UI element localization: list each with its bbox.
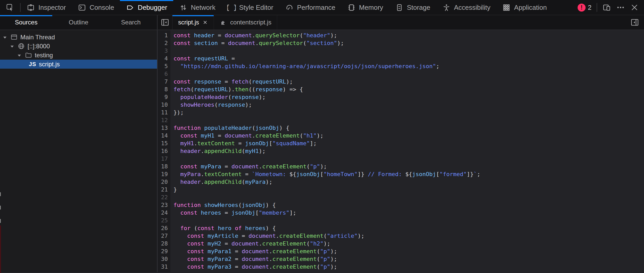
tree-item-label: [::]:8000 [28, 43, 50, 50]
code-line-content[interactable]: myH1.textContent = jsonObj["squadName"]; [168, 140, 317, 147]
error-badge[interactable]: ! 2 [578, 4, 591, 12]
code-line-content[interactable]: header.appendChild(myH1); [168, 147, 266, 155]
code-line-content[interactable]: populateHeader(response); [168, 93, 266, 101]
line-number[interactable]: 12 [158, 116, 168, 124]
code-line-content[interactable] [168, 47, 173, 55]
line-number[interactable]: 28 [158, 240, 168, 248]
code-line-content[interactable] [168, 70, 173, 78]
tool-tab-application[interactable]: Application [496, 0, 553, 15]
line-number[interactable]: 8 [158, 86, 168, 93]
code-line-content[interactable]: const myPara2 = document.createElement("… [168, 255, 337, 263]
code-line-content[interactable]: const heroes = jsonObj["members"]; [168, 209, 296, 217]
code-editor: 1const header = document.querySelector("… [158, 30, 644, 272]
tool-tab-console[interactable]: Console [72, 0, 120, 15]
tool-tab-accessibility[interactable]: Accessibility [436, 0, 497, 15]
code-line-content[interactable]: const myPara = document.createElement("p… [168, 163, 327, 170]
line-number[interactable]: 11 [158, 109, 168, 116]
close-tab-icon[interactable] [202, 20, 208, 25]
tool-tab-inspector[interactable]: Inspector [21, 0, 72, 15]
line-number[interactable]: 1 [158, 32, 168, 39]
line-number[interactable]: 25 [158, 217, 168, 224]
code-line-content[interactable]: header.appendChild(myPara); [168, 178, 272, 186]
expand-caret-icon[interactable] [2, 34, 8, 40]
tool-tab-debugger[interactable]: Debugger [120, 0, 173, 15]
source-tab-contentscript-js[interactable]: contentscript.js [214, 15, 277, 30]
line-number[interactable]: 24 [158, 209, 168, 217]
tree-item-8000[interactable]: [::]:8000 [0, 42, 157, 51]
code-line-content[interactable]: showHeroes(response); [168, 101, 252, 109]
code-line-content[interactable]: } [168, 186, 177, 194]
line-number[interactable]: 7 [158, 78, 168, 86]
line-number[interactable]: 4 [158, 55, 168, 62]
code-line-content[interactable]: const myH2 = document.createElement("h2"… [168, 240, 330, 248]
line-number[interactable]: 9 [158, 93, 168, 101]
code-line-content[interactable] [168, 217, 173, 224]
line-number[interactable]: 26 [158, 224, 168, 232]
code-line: 22 [158, 194, 644, 201]
tree-item-testing[interactable]: testing [0, 51, 157, 60]
code-line-content[interactable]: const section = document.querySelector("… [168, 39, 344, 47]
tool-tab-network[interactable]: Network [173, 0, 221, 15]
code-line-content[interactable]: const header = document.querySelector("h… [168, 32, 337, 39]
tool-tab-performance[interactable]: Performance [279, 0, 341, 15]
line-number[interactable]: 31 [158, 263, 168, 271]
line-number[interactable]: 27 [158, 232, 168, 240]
code-line-content[interactable]: const myPara1 = document.createElement("… [168, 248, 337, 255]
line-number[interactable]: 17 [158, 155, 168, 163]
line-number[interactable]: 3 [158, 47, 168, 55]
code-line-content[interactable]: function populateHeader(jsonObj) { [168, 124, 289, 132]
code-line-content[interactable]: for (const hero of heroes) { [168, 224, 276, 232]
tree-item-script-js[interactable]: JSscript.js [0, 60, 157, 69]
code-line-content[interactable]: const response = fetch(requestURL); [168, 78, 293, 86]
code-line-content[interactable]: const myPara3 = document.createElement("… [168, 263, 337, 271]
line-number[interactable]: 14 [158, 132, 168, 140]
tree-item-Main-Thread[interactable]: Main Thread [0, 33, 157, 42]
line-number[interactable]: 30 [158, 255, 168, 263]
code-line: 29 const myPara1 = document.createElemen… [158, 248, 644, 255]
panel-tab-sources[interactable]: Sources [0, 15, 52, 30]
tool-tab-label: Storage [407, 4, 430, 12]
pick-element-button[interactable] [0, 0, 20, 15]
line-number[interactable]: 13 [158, 124, 168, 132]
line-number[interactable]: 22 [158, 194, 168, 201]
code-line-content[interactable]: const myArticle = document.createElement… [168, 232, 364, 240]
code-line-content[interactable] [168, 116, 173, 124]
code-line-content[interactable]: "https://mdn.github.io/learning-area/jav… [168, 62, 439, 70]
code-line-content[interactable]: }); [168, 109, 184, 116]
code-line-content[interactable]: function showHeroes(jsonObj) { [168, 201, 276, 209]
code-line-content[interactable] [168, 155, 173, 163]
collapse-sources-panel-button[interactable] [158, 15, 172, 30]
tool-tab-memory[interactable]: Memory [341, 0, 389, 15]
line-number[interactable]: 21 [158, 186, 168, 194]
source-tab-script-js[interactable]: script.js [172, 15, 214, 30]
code-line-content[interactable]: const myH1 = document.createElement("h1"… [168, 132, 324, 140]
line-number[interactable]: 15 [158, 140, 168, 147]
screen-edge-artifact [0, 225, 1, 273]
expand-caret-icon[interactable] [16, 52, 22, 58]
code-line-content[interactable] [168, 194, 173, 201]
code-line-content[interactable]: fetch(requestURL).then((response) => { [168, 86, 303, 93]
panel-tab-search[interactable]: Search [105, 15, 157, 30]
line-number[interactable]: 29 [158, 248, 168, 255]
expand-caret-icon[interactable] [9, 43, 15, 49]
code-line-content[interactable]: myPara.textContent = `Hometown: ${jsonOb… [168, 170, 480, 178]
line-number[interactable]: 5 [158, 62, 168, 70]
code-line: 18 const myPara = document.createElement… [158, 163, 644, 170]
line-number[interactable]: 19 [158, 170, 168, 178]
line-number[interactable]: 23 [158, 201, 168, 209]
line-number[interactable]: 20 [158, 178, 168, 186]
tool-tab-style-editor[interactable]: { }Style Editor [221, 0, 279, 15]
tool-tab-storage[interactable]: Storage [389, 0, 436, 15]
close-devtools-button[interactable] [630, 3, 639, 12]
line-number[interactable]: 16 [158, 147, 168, 155]
code-line-content[interactable]: const requestURL = [168, 55, 235, 62]
line-number[interactable]: 2 [158, 39, 168, 47]
collapse-right-panel-button[interactable] [628, 15, 641, 30]
devtools-menu-button[interactable] [616, 3, 625, 12]
line-number[interactable]: 18 [158, 163, 168, 170]
responsive-design-mode-button[interactable] [602, 3, 611, 12]
panel-tab-outline[interactable]: Outline [52, 15, 105, 30]
code-line: 2const section = document.querySelector(… [158, 39, 644, 47]
line-number[interactable]: 6 [158, 70, 168, 78]
line-number[interactable]: 10 [158, 101, 168, 109]
